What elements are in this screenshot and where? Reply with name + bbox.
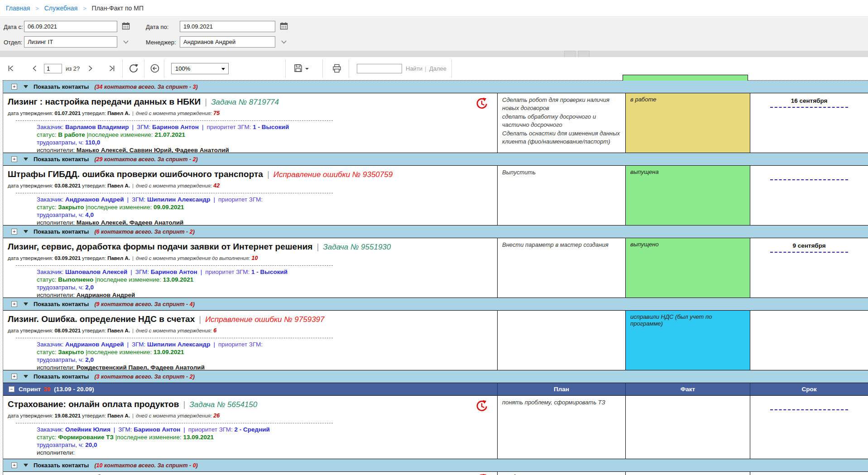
task-title-line: Лизинг. Ошибка. определение НДС в счетах… bbox=[3, 311, 497, 324]
expand-plus-icon[interactable]: + bbox=[11, 462, 17, 468]
dashed-separator bbox=[16, 338, 333, 338]
term-date bbox=[750, 400, 868, 408]
save-export-icon[interactable] bbox=[293, 63, 303, 73]
fact-cell bbox=[625, 472, 750, 475]
page-count-label: из 2? bbox=[66, 65, 80, 72]
fact-cell bbox=[625, 396, 750, 459]
task-main-cell: Лизинг : настройка передачи данных в НБК… bbox=[3, 93, 497, 153]
zoom-select[interactable]: 100% bbox=[171, 63, 229, 74]
save-dropdown-caret-icon[interactable] bbox=[305, 68, 309, 70]
collapse-triangle-icon[interactable] bbox=[24, 230, 28, 233]
chevron-down-icon bbox=[221, 68, 225, 70]
collapse-triangle-icon[interactable] bbox=[24, 375, 28, 378]
status-line: статус: В работе |последнее изменение: 2… bbox=[3, 131, 497, 139]
title-divider: | bbox=[183, 399, 185, 409]
task-title-line: Штрафы ГИБДД. ошибка проверки ошибочного… bbox=[3, 166, 497, 179]
show-contacts-label[interactable]: Показать контакты bbox=[34, 462, 89, 469]
manager-dropdown-button[interactable] bbox=[279, 37, 289, 47]
date-from-calendar-button[interactable] bbox=[121, 21, 131, 31]
task-title: Лизинг : настройка передачи данных в НБК… bbox=[8, 97, 201, 106]
back-to-parent-icon[interactable] bbox=[150, 63, 160, 73]
plan-cell: понять проблему, сформировать ТЗ bbox=[497, 396, 625, 459]
executors-line: исполнители: Манько Алексей, Саввин Юрий… bbox=[3, 147, 497, 154]
fact-cell: выпущена bbox=[625, 166, 750, 225]
find-button[interactable]: Найти bbox=[406, 65, 422, 72]
collapse-triangle-icon[interactable] bbox=[24, 85, 28, 88]
toolbar-divider bbox=[349, 59, 349, 78]
executors-line: исполнители: Андрианов Андрей bbox=[3, 292, 497, 299]
collapse-triangle-icon[interactable] bbox=[24, 158, 28, 161]
collapse-triangle-icon[interactable] bbox=[24, 464, 28, 467]
term-dash-line bbox=[770, 107, 848, 108]
find-next-button[interactable]: Далее bbox=[429, 65, 446, 72]
task-title-line: Страхование: онлайн оплата продуктов|Зад… bbox=[3, 396, 497, 409]
collapse-minus-icon[interactable]: − bbox=[9, 386, 14, 392]
contacts-count: (29 контактов всего. За спринт - 2) bbox=[94, 156, 197, 163]
last-page-button[interactable] bbox=[108, 64, 116, 72]
plan-cell: с Кудашевым (Константином) созвониться bbox=[497, 472, 625, 475]
toolbar-divider bbox=[122, 59, 123, 78]
expand-plus-icon[interactable]: + bbox=[11, 374, 17, 379]
history-clock-icon bbox=[475, 399, 489, 413]
task-type-label: Исправление ошибки № 9350759 bbox=[273, 170, 393, 179]
show-contacts-label[interactable]: Показать контакты bbox=[34, 228, 89, 235]
department-input[interactable] bbox=[24, 36, 117, 48]
search-input[interactable] bbox=[357, 64, 402, 73]
show-contacts-label[interactable]: Показать контакты bbox=[34, 373, 89, 380]
sprint-label: Спринт bbox=[19, 386, 41, 393]
dashed-separator bbox=[16, 120, 333, 121]
breadcrumb-link-service[interactable]: Служебная bbox=[44, 5, 78, 12]
group-header-row: + Показать контакты (3 контактов всего. … bbox=[3, 370, 868, 383]
first-page-button[interactable] bbox=[7, 64, 15, 72]
date-from-input[interactable] bbox=[24, 21, 117, 32]
group-header-row: + Показать контакты (34 контактов всего.… bbox=[3, 81, 868, 93]
show-contacts-label[interactable]: Показать контакты bbox=[34, 156, 89, 163]
title-divider: | bbox=[205, 97, 207, 106]
term-date: 9 сентября bbox=[750, 242, 868, 250]
expand-plus-icon[interactable]: + bbox=[11, 301, 17, 307]
refresh-icon[interactable] bbox=[129, 63, 139, 73]
history-clock-icon bbox=[475, 97, 489, 110]
date-to-input[interactable] bbox=[180, 21, 275, 32]
term-cell: 9 сентября bbox=[750, 238, 868, 297]
report-area: + Показать контакты (34 контактов всего.… bbox=[3, 80, 868, 475]
task-type-label: Задача № 5654150 bbox=[189, 400, 257, 409]
manager-input[interactable] bbox=[180, 36, 275, 48]
expand-plus-icon[interactable]: + bbox=[11, 229, 17, 235]
approval-meta-line: дата утверждения: 01.07.2021 утвердил: П… bbox=[3, 107, 497, 116]
breadcrumb-separator-icon: > bbox=[35, 5, 39, 12]
task-type-label: Исправление ошибки № 9759397 bbox=[205, 315, 324, 324]
contacts-count: (10 контактов всего. За спринт - 0) bbox=[94, 462, 197, 469]
chevron-down-icon bbox=[123, 40, 129, 44]
date-from-label: Дата с: bbox=[4, 24, 23, 30]
collapse-triangle-icon[interactable] bbox=[24, 302, 28, 306]
next-page-button[interactable] bbox=[86, 64, 94, 72]
previous-page-button[interactable] bbox=[31, 64, 39, 72]
print-icon[interactable] bbox=[332, 63, 342, 73]
term-dash-line bbox=[770, 409, 848, 410]
show-contacts-label[interactable]: Показать контакты bbox=[34, 301, 89, 307]
manager-label: Менеджер: bbox=[146, 39, 176, 46]
breadcrumb-separator-icon: > bbox=[83, 5, 86, 12]
task-title: Лизинг, сервис, доработка формы подачи з… bbox=[8, 242, 312, 251]
breadcrumb-link-home[interactable]: Главная bbox=[6, 5, 30, 12]
task-row: Страхование: онлайн оплата продуктов|Зад… bbox=[3, 396, 868, 459]
approval-meta-line: дата утверждения: 19.08.2021 утвердил: П… bbox=[3, 409, 497, 419]
task-row: Лизинг : настройка передачи данных в НБК… bbox=[3, 93, 868, 153]
page-number-input[interactable] bbox=[44, 64, 62, 73]
department-label: Отдел: bbox=[4, 39, 22, 46]
group-header-row: + Показать контакты (6 контактов всего. … bbox=[3, 226, 868, 238]
zoom-value: 100% bbox=[175, 65, 190, 72]
executors-line: исполнители: Манько Алексей, Фадеев Анат… bbox=[3, 219, 497, 227]
expand-plus-icon[interactable]: + bbox=[11, 84, 17, 90]
task-main-cell: Штрафы ГИБДД. ошибка проверки ошибочного… bbox=[3, 166, 497, 225]
calendar-icon bbox=[279, 21, 288, 30]
task-main-cell: Лизинг, сервис, доработка формы подачи з… bbox=[3, 238, 497, 297]
term-cell bbox=[750, 166, 868, 225]
term-date bbox=[750, 170, 868, 178]
department-dropdown-button[interactable] bbox=[121, 37, 131, 47]
date-to-calendar-button[interactable] bbox=[279, 21, 289, 31]
show-contacts-label[interactable]: Показать контакты bbox=[34, 83, 89, 90]
contacts-count: (9 контактов всего. За спринт - 4) bbox=[94, 301, 194, 307]
expand-plus-icon[interactable]: + bbox=[11, 156, 17, 162]
